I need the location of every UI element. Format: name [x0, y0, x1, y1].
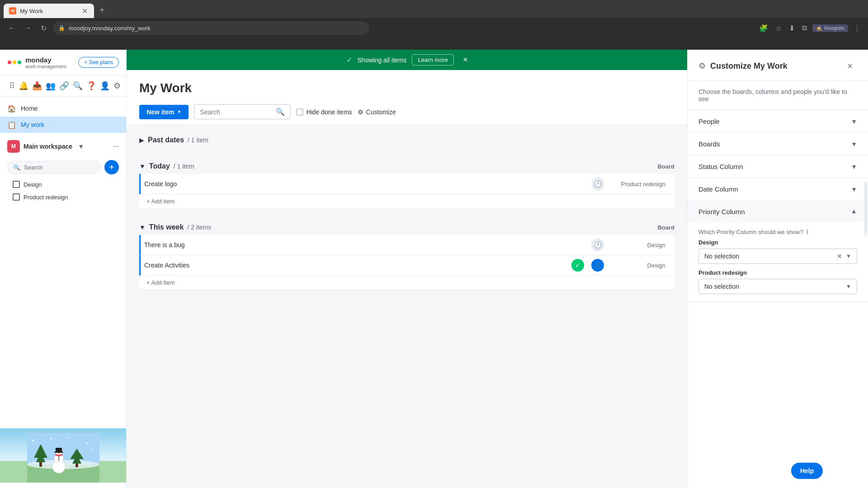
this-week-add-item[interactable]: + Add Item — [139, 276, 675, 290]
board-label-design: Design — [24, 181, 42, 188]
accordion-date-header[interactable]: Date Column ▼ — [688, 178, 868, 200]
tab-close-button[interactable]: ✕ — [81, 7, 89, 15]
sidebar-search-input[interactable]: 🔍 Search — [7, 161, 101, 174]
accordion-people-label: People — [698, 117, 720, 125]
bell-icon-button[interactable]: 🔔 — [17, 79, 30, 93]
svg-rect-16 — [55, 451, 63, 453]
accordion-status-header[interactable]: Status Column ▼ — [688, 155, 868, 178]
past-dates-header[interactable]: ▶ Past dates / 1 item — [139, 132, 675, 148]
accordion-date-label: Date Column — [698, 185, 738, 193]
new-tab-button[interactable]: + — [96, 3, 108, 17]
panel-scrollbar[interactable] — [864, 181, 867, 235]
avatar-icon-button[interactable]: 👤 — [98, 79, 112, 93]
tab-title: My Work — [20, 8, 77, 14]
search-icon-button[interactable]: 🔍 — [71, 79, 85, 93]
task-name-activities: Create Activities — [144, 262, 568, 269]
design-select-dropdown[interactable]: No selection ✕ ▼ — [698, 249, 857, 264]
this-week-section: ▼ This week / 2 items Board There is a b… — [139, 220, 675, 290]
hide-done-label[interactable]: Hide done items — [296, 108, 352, 116]
today-title: Today — [149, 162, 170, 170]
split-view-icon[interactable]: ⧉ — [800, 22, 809, 34]
panel-header: ⚙ Customize My Work × — [688, 50, 868, 81]
help-button[interactable]: Help — [791, 463, 823, 479]
address-bar[interactable]: 🔒 moodjoy.monday.com/my_work — [53, 21, 369, 35]
accordion-date: Date Column ▼ — [688, 178, 868, 201]
people-icon-button[interactable]: 👥 — [44, 79, 57, 93]
hide-done-text: Hide done items — [306, 108, 352, 116]
this-week-header[interactable]: ▼ This week / 2 items Board — [139, 220, 675, 235]
see-plans-button[interactable]: + See plans — [78, 57, 119, 68]
new-item-label: New item — [146, 108, 174, 116]
integrations-icon-button[interactable]: 🔗 — [57, 79, 71, 93]
forward-button[interactable]: → — [22, 22, 34, 34]
main-search-input[interactable] — [200, 108, 272, 116]
main-search-box[interactable]: 🔍 — [194, 104, 291, 119]
logo-dot-red — [8, 61, 11, 64]
product-redesign-select-dropdown[interactable]: No selection ▼ — [698, 279, 857, 294]
board-item-product-redesign[interactable]: Product redesign — [0, 191, 126, 203]
reload-button[interactable]: ↻ — [38, 22, 49, 34]
winter-scene-svg: ❄ ❄ ❄ ❄ ❄ — [27, 433, 99, 483]
today-board-col-header: Board — [657, 163, 675, 170]
main-content: ✓ Showing all items Learn more × My Work… — [127, 50, 687, 488]
home-icon: 🏠 — [7, 104, 16, 113]
workspace-header[interactable]: M Main workspace ▼ ··· — [0, 136, 126, 156]
accordion-priority-header[interactable]: Priority Column ▼ — [688, 201, 868, 223]
page-title: My Work — [139, 81, 675, 95]
accordion-priority-chevron-icon: ▼ — [851, 208, 857, 216]
inbox-icon-button[interactable]: 📥 — [30, 79, 44, 93]
accordion-priority-label: Priority Column — [698, 208, 745, 216]
tab-favicon: M — [9, 7, 16, 14]
accordion-people-header[interactable]: People ▼ — [688, 110, 868, 132]
accordion-status-chevron-icon: ▼ — [851, 163, 857, 170]
product-redesign-select-arrow-icon: ▼ — [846, 283, 851, 290]
accordion-date-chevron-icon: ▼ — [851, 186, 857, 193]
hide-done-checkbox[interactable] — [296, 108, 303, 116]
download-icon[interactable]: ⬇ — [787, 22, 797, 34]
apps-icon-button[interactable]: ⠿ — [7, 79, 17, 93]
active-tab[interactable]: M My Work ✕ — [4, 4, 94, 18]
my-work-icon: 📋 — [7, 120, 16, 129]
sidebar-footer: ❄ ❄ ❄ ❄ ❄ — [0, 423, 126, 488]
browser-tabs: M My Work ✕ + — [0, 0, 868, 18]
menu-button[interactable]: ⋮ — [852, 22, 863, 34]
svg-text:❄: ❄ — [32, 439, 35, 443]
notification-close-button[interactable]: × — [463, 55, 468, 65]
learn-more-button[interactable]: Learn more — [412, 54, 453, 66]
panel-close-button[interactable]: × — [843, 59, 857, 73]
this-week-title: This week — [149, 223, 184, 231]
accordion-status-label: Status Column — [698, 163, 743, 170]
task-row-activities: Create Activities ✓ 👤 Design — [139, 255, 675, 276]
sidebar-item-my-work[interactable]: 📋 My work — [0, 117, 126, 133]
logo-text-group: monday work management — [25, 56, 66, 69]
help-icon-button[interactable]: ❓ — [85, 79, 98, 93]
design-select-clear-icon[interactable]: ✕ — [837, 253, 842, 260]
board-label-product-redesign: Product redesign — [24, 194, 68, 201]
panel-body: People ▼ Boards ▼ Status Column ▼ — [688, 110, 868, 488]
customize-button[interactable]: ⚙ Customize — [358, 108, 396, 116]
svg-text:❄: ❄ — [68, 436, 70, 439]
accordion-priority-content: Which Priority Column should we show? ℹ … — [688, 223, 868, 301]
today-section: ▼ Today / 1 item Board Create logo 🕐 Pro… — [139, 159, 675, 209]
task-icon-user-activities: 👤 — [591, 259, 604, 272]
notification-check-icon: ✓ — [346, 56, 352, 64]
settings-icon-button[interactable]: ⚙ — [112, 79, 123, 93]
back-button[interactable]: ← — [5, 22, 18, 34]
browser-toolbar: ← → ↻ 🔒 moodjoy.monday.com/my_work 🧩 ☆ ⬇… — [0, 18, 868, 38]
add-button[interactable]: + — [104, 160, 119, 174]
workspace-more-icon[interactable]: ··· — [113, 142, 119, 150]
extensions-icon[interactable]: 🧩 — [757, 22, 770, 34]
sidebar-item-home[interactable]: 🏠 Home — [0, 100, 126, 117]
task-icon-clock: 🕐 — [591, 178, 604, 190]
today-tasks: Create logo 🕐 Product redesign + Add Ite… — [139, 174, 675, 209]
home-label: Home — [21, 105, 38, 112]
board-product-redesign-section: Product redesign No selection ▼ — [698, 269, 857, 294]
new-item-button[interactable]: New item ▼ — [139, 105, 189, 119]
favorites-icon[interactable]: ☆ — [774, 22, 783, 34]
today-header[interactable]: ▼ Today / 1 item Board — [139, 159, 675, 174]
today-add-item[interactable]: + Add Item — [139, 194, 675, 209]
accordion-boards-header[interactable]: Boards ▼ — [688, 133, 868, 155]
board-item-design[interactable]: Design — [0, 178, 126, 191]
customize-icon: ⚙ — [358, 108, 363, 116]
svg-text:❄: ❄ — [50, 437, 52, 440]
